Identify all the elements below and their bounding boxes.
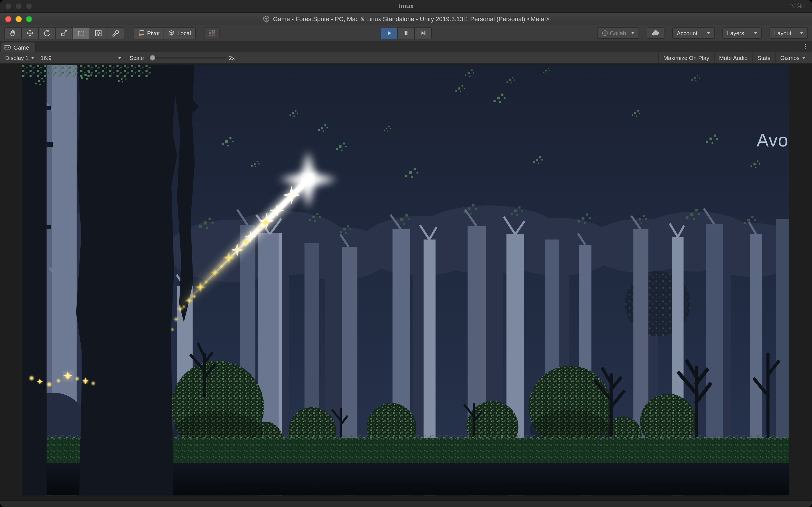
move-icon <box>26 29 34 37</box>
pause-icon <box>402 30 410 37</box>
unity-traffic-lights <box>5 16 32 22</box>
stats-label: Stats <box>757 55 770 61</box>
slider-knob[interactable] <box>149 55 155 60</box>
tmux-titlebar: tmux ⌥⌘1 <box>0 0 812 13</box>
scale-label: Scale <box>130 55 144 61</box>
minimize-icon[interactable] <box>15 3 22 9</box>
grid-snap-icon <box>208 30 215 37</box>
game-hint-text: Avoi <box>756 130 789 151</box>
layers-dropdown[interactable]: Layers <box>722 27 762 39</box>
zoom-icon[interactable] <box>26 16 32 22</box>
play-button[interactable] <box>380 27 398 39</box>
account-dropdown[interactable]: Account <box>672 27 715 39</box>
wrench-icon <box>111 29 119 37</box>
transform-icon <box>94 29 102 37</box>
dropdown-caret-icon <box>754 32 757 34</box>
display-label: Display 1 <box>5 55 29 61</box>
close-icon[interactable] <box>5 16 11 22</box>
pivot-local-toggles: Pivot Local <box>134 27 196 39</box>
step-icon <box>419 30 427 37</box>
rotate-icon <box>43 29 51 37</box>
game-toolbar-right: Maximize On Play Mute Audio Stats Gizmos <box>658 52 810 63</box>
layout-label: Layout <box>774 30 792 36</box>
game-tab-label: Game <box>13 44 29 50</box>
transform-tool-button[interactable] <box>90 27 107 39</box>
toolbar-right: Collab Account Layers Layout <box>597 27 808 39</box>
grid-snap-button[interactable] <box>204 27 219 39</box>
game-view-toolbar: Display 1 16:9 Scale 2x Maximize On Play… <box>0 52 812 64</box>
pivot-label: Pivot <box>147 30 160 36</box>
dropdown-caret-icon <box>631 32 635 34</box>
rect-tool-icon <box>77 29 86 37</box>
mute-audio-button[interactable]: Mute Audio <box>714 52 752 63</box>
forest-scene <box>22 65 789 496</box>
rect-tool-button[interactable] <box>72 27 90 39</box>
tab-menu-kebab-icon[interactable]: ⋮ <box>802 43 809 50</box>
window-title-group: Game - ForestSprite - PC, Mac & Linux St… <box>263 15 550 22</box>
scale-icon <box>60 29 68 37</box>
window-title: Game - ForestSprite - PC, Mac & Linux St… <box>273 15 549 22</box>
play-icon <box>386 30 393 37</box>
aspect-ratio-dropdown[interactable]: 16:9 <box>38 52 124 63</box>
mute-label: Mute Audio <box>719 55 748 61</box>
step-button[interactable] <box>414 27 432 39</box>
move-tool-button[interactable] <box>21 27 39 39</box>
dropdown-caret-icon <box>707 32 710 34</box>
dropdown-caret-icon <box>802 57 805 59</box>
collab-check-icon <box>602 30 608 36</box>
close-icon[interactable] <box>5 3 11 9</box>
scale-slider[interactable] <box>147 53 225 62</box>
slider-track[interactable] <box>147 57 225 59</box>
rotate-tool-button[interactable] <box>38 27 56 39</box>
layers-label: Layers <box>727 30 744 36</box>
local-cube-icon <box>168 30 175 36</box>
layout-dropdown[interactable]: Layout <box>769 27 808 39</box>
transform-tools <box>4 27 124 39</box>
window-bottom-strip <box>0 500 812 507</box>
game-view-icon <box>4 44 11 51</box>
hand-icon <box>9 29 17 37</box>
main-toolbar: Pivot Local <box>0 25 812 41</box>
scale-value: 2x <box>229 55 235 61</box>
display-dropdown[interactable]: Display 1 <box>2 52 37 63</box>
game-render-area[interactable]: Avoi <box>22 65 789 496</box>
view-tab-bar: Game ⋮ <box>0 41 812 52</box>
stats-button[interactable]: Stats <box>752 52 775 63</box>
screen: tmux ⌥⌘1 Game - ForestSprite - PC, Mac &… <box>0 0 812 507</box>
minimize-icon[interactable] <box>15 16 22 22</box>
tmux-title: tmux <box>398 3 414 10</box>
game-viewport-frame: Avoi <box>0 64 812 507</box>
tab-game[interactable]: Game <box>0 42 36 52</box>
tmux-shortcut: ⌥⌘1 <box>790 3 807 10</box>
dropdown-caret-icon <box>118 57 121 59</box>
dropdown-caret-icon <box>800 32 803 34</box>
playmode-controls <box>380 27 432 39</box>
tmux-traffic-lights <box>5 3 32 9</box>
local-label: Local <box>177 30 191 36</box>
unity-icon <box>263 15 270 22</box>
pause-button[interactable] <box>397 27 415 39</box>
cloud-button[interactable] <box>647 27 664 39</box>
collab-dropdown[interactable]: Collab <box>597 27 639 39</box>
pivot-toggle-button[interactable]: Pivot <box>134 27 164 39</box>
account-label: Account <box>677 30 698 36</box>
gizmos-dropdown[interactable]: Gizmos <box>775 52 810 63</box>
unity-titlebar[interactable]: Game - ForestSprite - PC, Mac & Linux St… <box>0 13 812 25</box>
collab-label: Collab <box>610 30 626 36</box>
hand-tool-button[interactable] <box>4 27 22 39</box>
cloud-icon <box>652 30 660 36</box>
gizmos-label: Gizmos <box>780 55 799 61</box>
aspect-label: 16:9 <box>41 55 52 61</box>
scale-tool-button[interactable] <box>56 27 73 39</box>
zoom-icon[interactable] <box>26 3 32 9</box>
unity-window: tmux ⌥⌘1 Game - ForestSprite - PC, Mac &… <box>0 0 812 507</box>
pivot-icon <box>138 30 144 36</box>
local-toggle-button[interactable]: Local <box>164 27 196 39</box>
maximize-label: Maximize On Play <box>663 55 709 61</box>
custom-tool-button[interactable] <box>107 27 124 39</box>
maximize-on-play-button[interactable]: Maximize On Play <box>658 52 714 63</box>
dropdown-caret-icon <box>31 57 35 59</box>
